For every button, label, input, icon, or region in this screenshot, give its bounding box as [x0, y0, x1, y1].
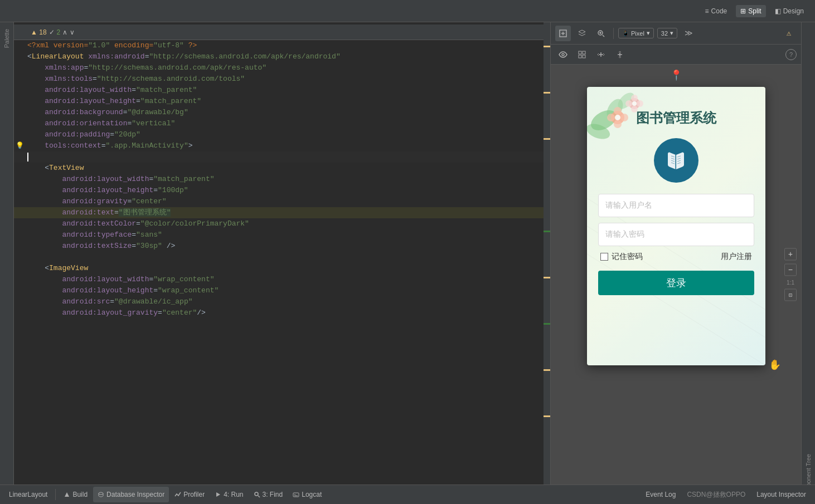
code-line-16: android:text="图书管理系统" — [14, 207, 550, 218]
right-toolbar2: ? — [551, 45, 801, 65]
code-line-25: android:layout_gravity="center"/> — [14, 307, 550, 319]
v-constraint-btn[interactable] — [612, 47, 628, 62]
pinpoint-indicator: 📍 — [670, 69, 682, 81]
scroll-mark-change — [544, 231, 550, 232]
code-editor[interactable]: ▲ 18 ✓ 2 ∧ ∨ <?xml version="1.0" encodin… — [14, 22, 550, 485]
svg-rect-5 — [579, 55, 581, 58]
code-line-10: 💡 tools:context=".app.MainActivity"> — [14, 140, 550, 151]
svg-rect-29 — [293, 493, 299, 497]
phone-preview: 图书管理系统 — [587, 87, 765, 365]
code-line-11 — [14, 151, 550, 163]
form-options-row: 记住密码 用户注册 — [598, 252, 754, 262]
checkbox-box[interactable] — [600, 253, 608, 261]
code-line-21: <ImageView — [14, 263, 550, 274]
scroll-mark-warning4 — [544, 277, 550, 278]
build-btn[interactable]: Build — [59, 487, 92, 502]
code-line-23: android:layout_height="wrap_content" — [14, 285, 550, 296]
scroll-mark-warning6 — [544, 415, 550, 417]
eye-btn[interactable] — [555, 47, 571, 62]
code-line-1: <?xml version="1.0" encoding="utf-8" ?> — [14, 40, 550, 51]
code-line-12: <TextView — [14, 163, 550, 174]
svg-rect-4 — [583, 51, 585, 54]
register-link[interactable]: 用户注册 — [721, 252, 752, 262]
svg-point-20 — [637, 100, 643, 107]
find-btn[interactable]: 3: Find — [249, 487, 288, 502]
svg-point-22 — [632, 101, 637, 106]
scroll-mark-warning5 — [544, 369, 550, 371]
hand-cursor-icon: ✋ — [769, 359, 781, 371]
logcat-btn[interactable]: Logcat — [288, 487, 326, 502]
left-palette-strip: Palette — [0, 22, 14, 485]
grid-btn[interactable] — [574, 47, 590, 62]
scroll-mark-warning3 — [544, 138, 550, 140]
code-icon: ≡ — [705, 7, 709, 15]
zoom-in-btn[interactable] — [593, 26, 609, 41]
scroll-mark-warning — [544, 46, 550, 47]
palette-label[interactable]: Palette — [3, 25, 10, 52]
layers-btn[interactable] — [574, 26, 590, 41]
svg-point-26 — [99, 492, 103, 495]
layout-inspector-btn[interactable]: Layout Inspector — [752, 487, 811, 502]
code-view-btn[interactable]: ≡ Code — [701, 5, 732, 17]
zoom-controls: + − 1:1 ⊡ — [784, 248, 797, 301]
code-line-4: xmlns:tools="http://schemas.android.com/… — [14, 74, 550, 85]
preview-area: 📍 — [551, 65, 801, 485]
design-view-btn[interactable]: ◧ Design — [770, 5, 808, 17]
design-mode-btn[interactable] — [555, 26, 571, 41]
split-label: Split — [748, 7, 761, 15]
code-line-13: android:layout_width="match_parent" — [14, 174, 550, 185]
remember-password-checkbox[interactable]: 记住密码 — [600, 252, 643, 262]
code-line-22: android:layout_width="wrap_content" — [14, 274, 550, 285]
code-line-7: android:background="@drawable/bg" — [14, 107, 550, 118]
device-dropdown[interactable]: 📱 Pixel ▾ — [618, 28, 654, 38]
component-tree-strip: Component Tree — [801, 22, 815, 485]
status-right: Event Log CSDN@拯救OPPO Layout Inspector — [641, 487, 811, 502]
design-icon: ◧ — [775, 7, 781, 15]
book-icon-container — [598, 138, 754, 183]
zoom-out-btn[interactable]: − — [784, 264, 797, 276]
remember-label: 记住密码 — [612, 252, 643, 262]
code-line-19: android:textSize="30sp" /> — [14, 241, 550, 252]
database-inspector-btn[interactable]: Database Inspector — [93, 487, 169, 502]
warning-top-btn[interactable]: ⚠ — [781, 26, 797, 41]
code-line-14: android:layout_height="100dp" — [14, 185, 550, 196]
bulb-icon[interactable]: 💡 — [16, 140, 24, 151]
main-layout: Palette ▲ 18 ✓ 2 ∧ ∨ <?xml v — [0, 22, 815, 485]
login-form: 请输入用户名 请输入密码 记住密码 用户注册 登录 — [598, 194, 754, 295]
event-log-btn[interactable]: Event Log — [641, 487, 680, 502]
scroll-mark-change2 — [544, 323, 550, 325]
svg-point-19 — [625, 100, 632, 107]
svg-point-2 — [562, 53, 564, 56]
h-constraint-btn[interactable] — [593, 47, 609, 62]
code-line-9: android:padding="20dp" — [14, 129, 550, 140]
warning-bar: ▲ 18 ✓ 2 ∧ ∨ — [14, 25, 550, 40]
split-view-btn[interactable]: ⊞ Split — [736, 5, 765, 17]
password-input[interactable]: 请输入密码 — [598, 223, 754, 246]
top-toolbar: ≡ Code ⊞ Split ◧ Design — [0, 0, 815, 22]
code-line-8: android:orientation="vertical" — [14, 118, 550, 129]
svg-rect-6 — [583, 55, 585, 58]
zoom-in-btn[interactable]: + — [784, 248, 797, 261]
right-toolbar: 📱 Pixel ▾ 32 ▾ ≫ ⚠ — [551, 22, 801, 45]
more-btn[interactable]: ≫ — [681, 26, 696, 41]
ratio-label: 1:1 — [784, 280, 797, 286]
svg-point-18 — [631, 95, 638, 101]
editor-content[interactable]: ▲ 18 ✓ 2 ∧ ∨ <?xml version="1.0" encodin… — [14, 22, 550, 485]
scroll-indicators — [544, 22, 550, 485]
scroll-mark-warning2 — [544, 92, 550, 94]
csdn-label: CSDN@拯救OPPO — [682, 487, 750, 502]
status-bar: LinearLayout Build Database Inspector Pr… — [0, 485, 815, 504]
profiler-btn[interactable]: Profiler — [170, 487, 209, 502]
app-title: 图书管理系统 — [598, 109, 754, 127]
fit-btn[interactable]: ⊡ — [784, 289, 797, 301]
split-icon: ⊞ — [740, 7, 746, 15]
design-label: Design — [783, 7, 804, 15]
right-panel: 📱 Pixel ▾ 32 ▾ ≫ ⚠ — [550, 22, 801, 485]
run-btn[interactable]: 4: Run — [210, 487, 248, 502]
code-line-24: android:src="@drawable/ic_app" — [14, 296, 550, 307]
zoom-dropdown[interactable]: 32 ▾ — [657, 28, 677, 38]
username-input[interactable]: 请输入用户名 — [598, 194, 754, 217]
help-btn[interactable]: ? — [785, 49, 797, 60]
svg-marker-27 — [216, 492, 220, 497]
login-button[interactable]: 登录 — [598, 271, 754, 295]
